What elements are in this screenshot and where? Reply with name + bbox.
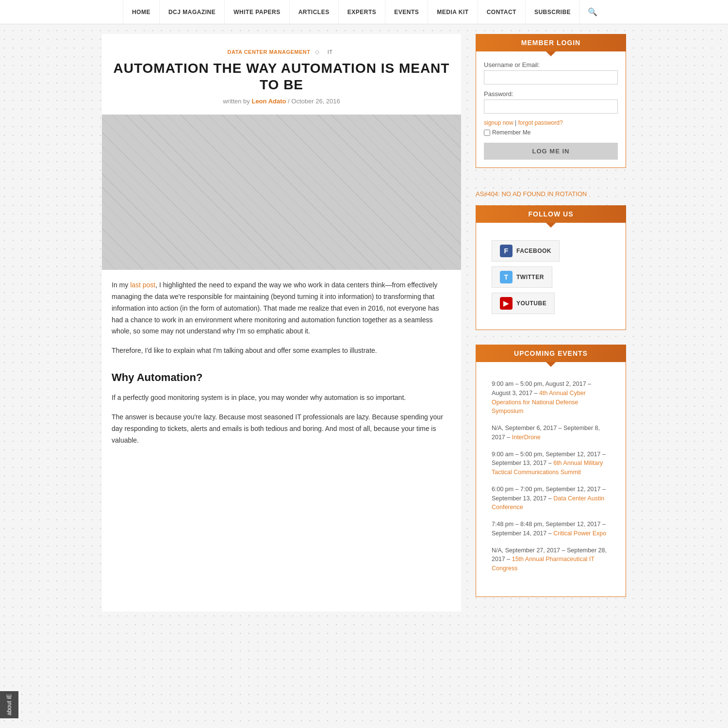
nav-white-papers[interactable]: WHITE PAPERS <box>225 0 289 24</box>
breadcrumb: DATA CENTER MANAGEMENT ◇ IT <box>102 49 461 55</box>
twitter-button[interactable]: t TWITTER <box>492 266 552 288</box>
event-link-1[interactable]: InterDrone <box>512 434 541 441</box>
event-item-1: N/A, September 6, 2017 – September 8, 20… <box>492 424 610 442</box>
article-paragraph-2: Therefore, I'd like to explain what I'm … <box>112 345 451 357</box>
article-paragraph-3: If a perfectly good monitoring system is… <box>112 392 451 404</box>
main-content: DATA CENTER MANAGEMENT ◇ IT AUTOMATION T… <box>102 34 461 612</box>
nav-home[interactable]: HOME <box>123 0 160 24</box>
member-login-header: MEMBER LOGIN <box>476 34 626 51</box>
event-link-4[interactable]: Critical Power Expo <box>553 530 606 537</box>
follow-us-header: FOLLOW US <box>476 205 626 223</box>
youtube-icon: ▶ <box>500 297 513 310</box>
event-item-5: N/A, September 27, 2017 – September 28, … <box>492 546 610 573</box>
nav-contact[interactable]: CONTACT <box>478 0 526 24</box>
article-paragraph-4: The answer is because you're lazy. Becau… <box>112 412 451 446</box>
login-links: signup now | forgot password? <box>484 119 618 126</box>
upcoming-events-widget: UPCOMING EVENTS 9:00 am – 5:00 pm, Augus… <box>476 345 626 597</box>
event-time-1: N/A, September 6, 2017 – September 8, 20… <box>492 425 600 441</box>
search-icon[interactable]: 🔍 <box>580 0 605 24</box>
password-input[interactable] <box>484 99 618 114</box>
written-by-label: written by <box>223 98 250 105</box>
follow-us-widget: FOLLOW US f FACEBOOK t TWITTER ▶ YOUTUBE <box>476 205 626 330</box>
nav-events[interactable]: EVENTS <box>385 0 428 24</box>
sidebar: MEMBER LOGIN Username or Email: Password… <box>476 34 626 612</box>
youtube-button[interactable]: ▶ YOUTUBE <box>492 293 555 314</box>
member-login-widget: MEMBER LOGIN Username or Email: Password… <box>476 34 626 168</box>
breadcrumb-sub: IT <box>328 49 333 55</box>
password-label: Password: <box>484 90 618 98</box>
event-item-0: 9:00 am – 5:00 pm, August 2, 2017 – Augu… <box>492 380 610 416</box>
twitter-label: TWITTER <box>516 274 544 281</box>
event-item-2: 9:00 am – 5:00 pm, September 12, 2017 – … <box>492 450 610 477</box>
article-subheading: Why Automation? <box>112 368 451 386</box>
article-meta: written by Leon Adato / October 26, 2016 <box>102 98 461 105</box>
breadcrumb-category[interactable]: DATA CENTER MANAGEMENT <box>228 49 311 55</box>
article-date: October 26, 2016 <box>291 98 340 105</box>
member-login-body: Username or Email: Password: signup now … <box>476 51 626 168</box>
twitter-icon: t <box>500 271 513 283</box>
breadcrumb-separator: ◇ <box>315 49 320 55</box>
article-title: AUTOMATION THE WAY AUTOMATION IS MEANT T… <box>102 60 461 93</box>
article-paragraph-1: In my last post, I highlighted the need … <box>112 280 451 337</box>
ad-notice: AS#404: NO AD FOUND IN ROTATION <box>476 182 626 205</box>
social-buttons: f FACEBOOK t TWITTER ▶ YOUTUBE <box>484 232 618 322</box>
article-hero-image <box>102 115 461 270</box>
upcoming-events-body: 9:00 am – 5:00 pm, August 2, 2017 – Augu… <box>476 362 626 597</box>
remember-me-container: Remember Me <box>484 129 618 136</box>
article-body: In my last post, I highlighted the need … <box>102 280 461 468</box>
event-item-3: 6:00 pm – 7:00 pm, September 12, 2017 – … <box>492 485 610 512</box>
events-list: 9:00 am – 5:00 pm, August 2, 2017 – Augu… <box>484 372 618 589</box>
upcoming-events-header: UPCOMING EVENTS <box>476 345 626 362</box>
facebook-button[interactable]: f FACEBOOK <box>492 240 560 262</box>
remember-me-checkbox[interactable] <box>484 130 490 136</box>
facebook-icon: f <box>500 245 513 257</box>
login-button[interactable]: LOG ME IN <box>484 143 618 160</box>
nav-media-kit[interactable]: MEDIA KIT <box>428 0 478 24</box>
nav-dcj-magazine[interactable]: DCJ MAGAZINE <box>160 0 225 24</box>
username-input[interactable] <box>484 70 618 84</box>
nav-subscribe[interactable]: SUBSCRIBE <box>526 0 580 24</box>
signup-link[interactable]: signup now <box>484 119 513 126</box>
nav-articles[interactable]: ARTICLES <box>290 0 339 24</box>
youtube-label: YOUTUBE <box>516 300 546 307</box>
article-author[interactable]: Leon Adato <box>251 98 286 105</box>
facebook-label: FACEBOOK <box>516 248 551 254</box>
top-navigation: HOMEDCJ MAGAZINEWHITE PAPERSARTICLESEXPE… <box>0 0 728 24</box>
username-label: Username or Email: <box>484 61 618 68</box>
last-post-link[interactable]: last post <box>130 281 155 289</box>
nav-experts[interactable]: EXPERTS <box>339 0 386 24</box>
follow-us-body: f FACEBOOK t TWITTER ▶ YOUTUBE <box>476 223 626 330</box>
event-item-4: 7:48 pm – 8:48 pm, September 12, 2017 – … <box>492 520 610 538</box>
remember-me-label: Remember Me <box>492 129 530 136</box>
forgot-password-link[interactable]: forgot password? <box>518 119 563 126</box>
